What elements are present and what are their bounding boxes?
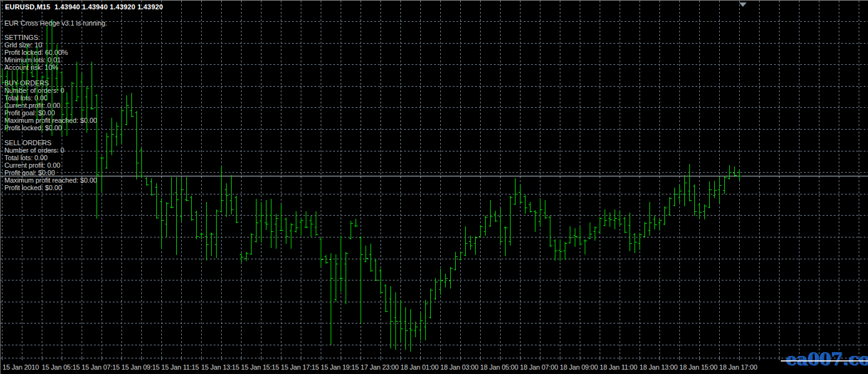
mt4-chart-window: EUR Cross Hedge v3.1 is running.SETTINGS…	[0, 0, 868, 374]
grid-lines	[1, 1, 868, 357]
price-chart-canvas[interactable]	[1, 1, 868, 374]
watermark-logo: ea007.com	[786, 350, 868, 369]
watermark-strike-line	[781, 360, 868, 362]
chart-quote-title: EURUSD,M15 1.43940 1.43940 1.43920 1.439…	[5, 3, 163, 11]
chart-shift-marker-icon[interactable]	[739, 2, 747, 7]
